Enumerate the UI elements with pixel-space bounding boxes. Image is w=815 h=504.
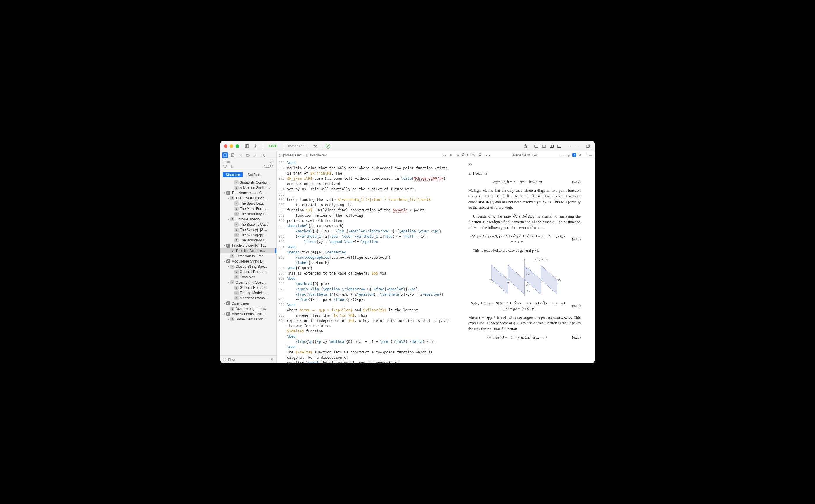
settings-gear-icon[interactable] — [253, 143, 259, 149]
nav-first-icon[interactable]: « — [486, 153, 488, 157]
search-icon[interactable] — [479, 153, 482, 157]
code-text[interactable]: \eeq\begin{figure}[h!]\centering — [287, 244, 454, 255]
code-text[interactable]: \floor{x}), \qquad \tau=1+i\epsilon. — [287, 239, 454, 244]
sidebar-toggle-button[interactable] — [244, 143, 250, 149]
breadcrumb-root[interactable]: jd-thesis.tex — [283, 153, 302, 157]
code-line[interactable]: 819 \mathcal{D}_p(x) — [277, 281, 454, 286]
menu-icon[interactable]: ≡ — [450, 153, 452, 157]
tree-item[interactable]: SThe Bosonic Case — [220, 222, 276, 227]
code-text[interactable]: =\frac{1/2 - px + \floor{px}}{p}, — [287, 297, 454, 302]
code-line[interactable]: 805 — [277, 192, 454, 197]
disclosure-icon[interactable]: ▾ — [223, 244, 226, 247]
code-text[interactable]: \mathcal{D}_p(x) — [287, 281, 454, 286]
warning-icon[interactable]: ⚠ — [253, 152, 258, 158]
tab-subfiles[interactable]: Subfiles — [245, 172, 263, 177]
code-text[interactable]: \equiv \lim_{\epsilon \rightarrow 0} \fr… — [287, 286, 454, 297]
disclosure-icon[interactable]: ▾ — [227, 218, 230, 221]
build-status-ok-icon[interactable]: ✓ — [326, 144, 330, 149]
code-line[interactable]: 815 \includegraphics[scale=.70]{figures/… — [277, 255, 454, 265]
tree-item[interactable]: SExamples — [220, 275, 276, 280]
code-line[interactable]: 817This is extended to the case of gener… — [277, 271, 454, 276]
code-text[interactable]: \beq\label{theta1-sawtooth} \mathcal{D}_… — [287, 223, 454, 234]
code-line[interactable]: 821 =\frac{1/2 - px + \floor{px}}{p}, — [277, 297, 454, 302]
tree-item[interactable]: SMassless Ramo... — [220, 296, 276, 301]
code-line[interactable]: 824expression is independent of $q$. A k… — [277, 318, 454, 363]
code-text[interactable]: $k_j\in i\R$ case has been left without … — [287, 176, 454, 187]
code-text[interactable]: integer less than $x \in \R$. This — [287, 313, 454, 318]
code-line[interactable]: 809 function relies on the following — [277, 213, 454, 218]
sync-icon[interactable]: ⇄ — [568, 153, 571, 157]
code-line[interactable]: 823 integer less than $x \in \R$. This — [277, 313, 454, 318]
sliders-icon[interactable] — [312, 143, 318, 149]
code-line[interactable]: 802McElgin claims that the only case whe… — [277, 165, 454, 176]
close-icon[interactable] — [224, 144, 227, 148]
layout-preview-focus-icon[interactable] — [548, 143, 555, 149]
breadcrumb-current[interactable]: liouville.tex — [309, 153, 327, 157]
disclosure-icon[interactable]: ▾ — [227, 197, 230, 200]
tree-item[interactable]: ▾CThe Noncompact C... — [220, 190, 276, 196]
tree-item[interactable]: ▾SThe Linear Dilaton... — [220, 196, 276, 201]
new-window-icon[interactable] — [585, 143, 591, 149]
disclosure-icon[interactable]: ▾ — [223, 260, 226, 263]
nav-forward-icon[interactable]: › — [575, 143, 581, 149]
tree-item[interactable]: SSuitability Conditi... — [220, 180, 276, 185]
outline-tree[interactable]: SSuitability Conditi...SA Note on Simila… — [220, 179, 276, 355]
disclosure-icon[interactable]: ▾ — [223, 191, 226, 194]
disclosure-icon[interactable]: ▾ — [223, 302, 226, 305]
tree-item[interactable]: SThe Boundary T... — [220, 238, 276, 243]
code-line[interactable]: 813 \floor{x}), \qquad \tau=1+i\epsilon. — [277, 239, 454, 244]
grid-icon[interactable]: ⊞ — [457, 153, 460, 157]
code-line[interactable]: 820 \equiv \lim_{\epsilon \rightarrow 0}… — [277, 286, 454, 297]
code-text[interactable]: Understanding the ratio $\vartheta_1'(z|… — [287, 197, 454, 202]
tree-item[interactable]: SGeneral Remark... — [220, 285, 276, 290]
code-line[interactable]: 814\eeq\begin{figure}[h!]\centering — [277, 244, 454, 255]
code-line[interactable]: 822\eeqwhere $\tau = -q/p + i\epsilon$ a… — [277, 302, 454, 313]
code-text[interactable]: periodic sawtooth function — [287, 218, 454, 223]
code-text[interactable]: \eeq — [287, 160, 454, 165]
layout-preview-only-icon[interactable] — [556, 143, 562, 149]
disclosure-icon[interactable]: ▾ — [227, 265, 230, 268]
tree-item[interactable]: SThe Mass Form... — [220, 206, 276, 211]
code-text[interactable]: is crucial to analysing the — [287, 202, 454, 208]
tree-item[interactable]: SGeneral Remark... — [220, 269, 276, 275]
code-line[interactable]: 811\beq\label{theta1-sawtooth} \mathcal{… — [277, 223, 454, 234]
code-text[interactable]: function relies on the following — [287, 213, 454, 218]
more-icon[interactable]: ⋯ — [589, 153, 592, 157]
code-text[interactable]: \includegraphics[scale=.70]{figures/sawt… — [287, 255, 454, 265]
nav-last-icon[interactable]: » — [562, 153, 564, 157]
tree-item[interactable]: ▾SLiouville Theory — [220, 217, 276, 222]
disclosure-icon[interactable]: ▾ — [223, 313, 226, 315]
code-line[interactable]: 818\beq — [277, 276, 454, 281]
outline-mode-icon[interactable] — [222, 152, 228, 158]
nav-next-icon[interactable]: › — [559, 153, 560, 157]
code-line[interactable]: 801\eeq — [277, 160, 454, 165]
code-text[interactable]: McElgin claims that the only case where … — [287, 165, 454, 176]
code-line[interactable]: 812 {\vartheta_1'(z|\tau) \over \varthet… — [277, 234, 454, 239]
code-line[interactable]: 804yet by us. This will partially be the… — [277, 187, 454, 192]
share-icon[interactable] — [522, 143, 529, 149]
code-text[interactable]: \end{figure} — [287, 265, 454, 271]
settings-gear-icon[interactable]: ⚙ — [271, 358, 274, 362]
code-text[interactable] — [287, 192, 454, 197]
preview-body[interactable]: 90 in T become 2xⱼ = 2âⱼ/b = 1 − q/p − k… — [454, 159, 595, 363]
layout-split-icon[interactable] — [541, 143, 547, 149]
code-line[interactable]: 808function $T$. McElgin's final constru… — [277, 208, 454, 213]
minimize-icon[interactable] — [230, 144, 233, 148]
zoom-level[interactable]: 100% — [467, 153, 476, 157]
checkbox-icon[interactable] — [230, 152, 236, 158]
layout-editor-only-icon[interactable] — [533, 143, 540, 149]
code-text[interactable]: \beq — [287, 276, 454, 281]
tree-item[interactable]: SAcknowledgements — [220, 306, 276, 311]
tree-item[interactable]: SFinding Models ... — [220, 290, 276, 296]
code-line[interactable]: 806Understanding the ratio $\vartheta_1'… — [277, 197, 454, 202]
code-text[interactable]: \eeqwhere $\tau = -q/p + i\epsilon$ and … — [287, 302, 454, 313]
tree-item[interactable]: SA Note on Similar ... — [220, 185, 276, 190]
nav-prev-icon[interactable]: ‹ — [489, 153, 490, 157]
tree-item[interactable]: ▾CModuli-free String B... — [220, 259, 276, 264]
engine-label[interactable]: TexpadTeX — [287, 144, 305, 148]
pause-icon[interactable]: ⏸ — [583, 153, 587, 157]
disclosure-icon[interactable]: ▾ — [227, 318, 230, 321]
infinity-icon[interactable]: ∞ — [237, 152, 243, 158]
link-icon[interactable]: ↗ — [572, 153, 576, 157]
tree-item[interactable]: ▾SSome Calculation... — [220, 317, 276, 322]
